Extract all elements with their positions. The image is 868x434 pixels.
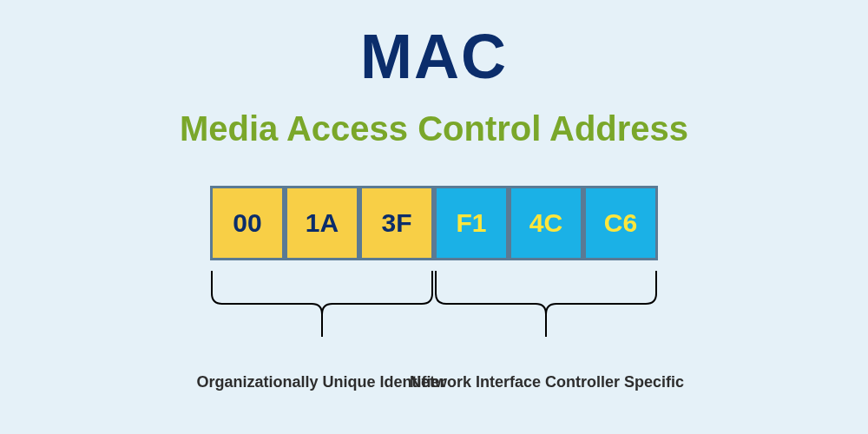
brace-left-icon — [210, 269, 434, 339]
brace-right-icon — [434, 269, 658, 339]
octet-nic-2: C6 — [583, 186, 658, 260]
octet-oui-0: 00 — [210, 186, 285, 260]
octet-oui-1: 1A — [285, 186, 359, 260]
octet-row: 00 1A 3F F1 4C C6 — [210, 186, 658, 260]
subtitle: Media Access Control Address — [0, 109, 868, 148]
octet-nic-1: 4C — [509, 186, 583, 260]
label-nic: Network Interface Controller Specific — [399, 373, 694, 391]
octet-oui-2: 3F — [359, 186, 434, 260]
title: MAC — [0, 21, 868, 92]
octet-nic-0: F1 — [434, 186, 509, 260]
